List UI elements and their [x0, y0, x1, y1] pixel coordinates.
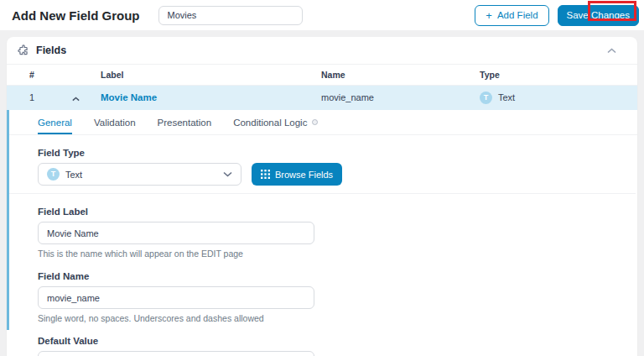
field-type-value: Text: [498, 86, 515, 110]
field-label-label: Field Label: [38, 207, 637, 217]
browse-fields-button[interactable]: Browse Fields: [252, 163, 342, 186]
tab-validation[interactable]: Validation: [94, 110, 136, 134]
field-label-input[interactable]: [38, 222, 314, 244]
field-type-cell: T Text: [480, 86, 515, 110]
add-field-button-label: Add Field: [497, 10, 538, 20]
field-name-input[interactable]: [38, 286, 314, 309]
add-field-button[interactable]: + Add Field: [475, 5, 548, 26]
field-label-help-text: This is the name which will appear on th…: [38, 249, 637, 259]
field-row-movie-name[interactable]: 1 Movie Name movie_name T Text: [7, 86, 637, 110]
column-header-number: #: [29, 65, 34, 86]
header-actions: + Add Field Save Changes: [475, 5, 639, 26]
field-name-label: Field Name: [38, 271, 637, 281]
field-name-group: Field Name Single word, no spaces. Under…: [38, 271, 637, 323]
section-divider: [9, 193, 636, 194]
column-header-label: Label: [101, 65, 123, 86]
save-changes-button[interactable]: Save Changes: [558, 5, 639, 26]
field-row-number: 1: [29, 86, 34, 110]
panel-collapse-chevron-up-icon[interactable]: [597, 44, 626, 57]
text-type-icon: T: [480, 92, 492, 104]
plus-icon: +: [486, 10, 492, 21]
tab-presentation[interactable]: Presentation: [158, 110, 212, 134]
fields-puzzle-icon: [18, 44, 29, 56]
tab-conditional-logic-label: Conditional Logic: [233, 118, 307, 128]
tab-conditional-logic[interactable]: Conditional Logic: [233, 110, 318, 134]
field-label-link[interactable]: Movie Name: [101, 86, 157, 110]
field-name-value: movie_name: [321, 86, 374, 110]
field-settings-tabs: General Validation Presentation Conditio…: [9, 110, 637, 135]
fields-panel: Fields # Label Name Type 1 Movie Name mo…: [7, 37, 637, 356]
text-type-icon: T: [47, 168, 60, 181]
column-header-name: Name: [321, 65, 345, 86]
field-type-selected-value: Text: [65, 170, 82, 180]
field-label-group: Field Label This is the name which will …: [38, 207, 637, 259]
grid-icon: [261, 170, 270, 179]
field-type-select[interactable]: T Text: [38, 163, 242, 186]
tab-general[interactable]: General: [38, 110, 72, 134]
default-value-group: Default Value Appears when creating a ne…: [38, 336, 637, 356]
top-header-bar: Add New Field Group + Add Field Save Cha…: [0, 0, 644, 30]
page-title: Add New Field Group: [12, 8, 140, 23]
chevron-down-icon: [223, 171, 232, 177]
field-settings-area: General Validation Presentation Conditio…: [7, 110, 637, 330]
collapse-field-chevron-up-icon[interactable]: [72, 86, 80, 111]
browse-fields-button-label: Browse Fields: [275, 170, 333, 180]
field-group-title-input[interactable]: [158, 6, 303, 25]
default-value-input[interactable]: [38, 351, 314, 356]
field-type-label: Field Type: [38, 148, 637, 158]
field-name-help-text: Single word, no spaces. Underscores and …: [38, 313, 637, 323]
fields-panel-header: Fields: [7, 37, 637, 65]
conditional-logic-indicator-dot-icon: [312, 119, 318, 125]
field-type-group: Field Type T Text: [38, 148, 637, 186]
column-header-type: Type: [480, 65, 500, 86]
fields-panel-title: Fields: [36, 44, 66, 56]
default-value-label: Default Value: [38, 336, 637, 346]
general-tab-content: Field Type T Text: [9, 148, 637, 356]
fields-table-header: # Label Name Type: [7, 65, 637, 86]
